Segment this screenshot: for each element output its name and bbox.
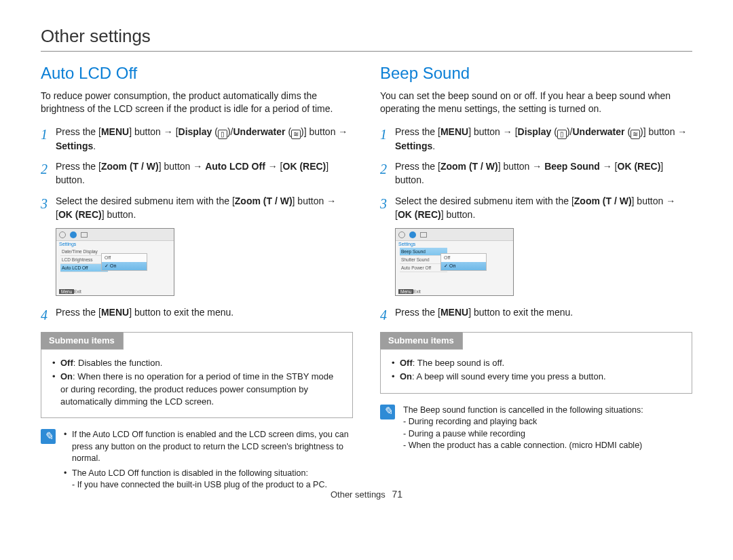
tab-icon [420,232,427,238]
left-column: Auto LCD Off To reduce power consumption… [41,64,353,494]
screenshot-exit-label: Exit [74,289,81,294]
step-number: 3 [380,194,395,214]
step-body: Press the [MENU] button → [Display (▯)/U… [395,125,692,153]
step-body: Press the [Zoom (T / W)] button → Beep S… [395,160,692,187]
step-2: 2 Press the [Zoom (T / W)] button → Auto… [41,160,353,187]
footer-label: Other settings [331,489,386,500]
section-title-auto-lcd-off: Auto LCD Off [41,64,353,83]
submenu-off: Off: The beep sound is off. [392,357,681,369]
intro-text: To reduce power consumption, the product… [41,90,353,115]
step-number: 2 [380,160,395,179]
step-body: Select the desired submenu item with the… [56,194,353,222]
submenu-off: Off: Disables the function. [52,357,341,369]
lcd-screenshot: Settings Beep Sound Shutter Sound Auto P… [395,228,514,296]
screenshot-popup: Off ✓ On [101,253,147,271]
tab-icon [398,231,405,238]
step-number: 1 [380,125,395,145]
divider [41,51,692,52]
screenshot-menu-btn: Menu [398,289,413,294]
popup-off: Off [441,254,486,262]
step-3: 3 Select the desired submenu item with t… [380,194,692,222]
step-body: Press the [MENU] button to exit the menu… [395,305,692,319]
step-number: 3 [41,194,56,214]
screenshot-popup: Off ✓ On [440,253,487,271]
page-footer: Other settings 71 [0,489,733,500]
screenshot-settings-label: Settings [56,241,174,247]
underwater-icon: ≋ [291,130,301,139]
page-number: 71 [392,489,402,500]
page-title: Other settings [41,26,692,47]
note-line: - During a pause while recording [403,428,643,441]
note-block: ✎ If the Auto LCD Off function is enable… [41,429,353,494]
tab-icon [59,231,66,238]
popup-on: ✓ On [441,262,486,270]
note-block: ✎ The Beep sound function is cancelled i… [380,405,692,452]
step-number: 4 [41,305,56,325]
submenu-body: Off: The beep sound is off. On: A beep w… [381,350,692,392]
lcd-screenshot: Settings Date/Time Display LCD Brightnes… [56,228,174,296]
screenshot-tabs [56,229,174,241]
submenu-on: On: When there is no operation for a per… [52,371,341,408]
tab-icon [81,232,88,238]
note-intro: The Beep sound function is cancelled in … [403,405,643,417]
display-icon: ▯ [557,130,567,139]
step-number: 2 [41,160,56,179]
underwater-icon: ≋ [631,130,640,139]
step-body: Press the [MENU] button → [Display (▯)/U… [56,125,353,153]
display-icon: ▯ [218,130,227,139]
two-column-layout: Auto LCD Off To reduce power consumption… [41,64,692,494]
popup-on: ✓ On [102,262,147,270]
screenshot-menu-btn: Menu [59,289,74,294]
step-body: Select the desired submenu item with the… [395,194,692,222]
note-icon: ✎ [380,405,395,419]
screenshot-tabs [396,229,513,241]
tab-icon [70,231,77,238]
step-1: 1 Press the [MENU] button → [Display (▯)… [380,125,692,153]
step-number: 1 [41,125,56,145]
note-line: - When the product has a cable connectio… [403,440,643,452]
screenshot-settings-label: Settings [396,241,513,247]
note-line: - During recording and playing back [403,416,643,428]
submenu-tab: Submenu items [380,332,463,350]
step-body: Press the [Zoom (T / W)] button → Auto L… [56,160,353,187]
submenu-body: Off: Disables the function. On: When the… [41,350,352,417]
intro-text: You can set the beep sound on or off. If… [380,90,692,115]
step-body: Press the [MENU] button to exit the menu… [56,305,353,319]
tab-icon [409,231,416,238]
step-4: 4 Press the [MENU] button to exit the me… [380,305,692,325]
section-title-beep-sound: Beep Sound [380,64,692,83]
step-2: 2 Press the [Zoom (T / W)] button → Beep… [380,160,692,187]
step-number: 4 [380,305,395,325]
note-body: If the Auto LCD Off function is enabled … [64,429,353,494]
right-column: Beep Sound You can set the beep sound on… [380,64,692,494]
submenu-tab: Submenu items [41,332,124,350]
step-4: 4 Press the [MENU] button to exit the me… [41,305,353,325]
submenu-box: Submenu items Off: The beep sound is off… [380,332,692,393]
step-3: 3 Select the desired submenu item with t… [41,194,353,222]
screenshot-exit-label: Exit [413,289,421,294]
note-icon: ✎ [41,429,56,444]
submenu-box: Submenu items Off: Disables the function… [41,332,353,418]
step-1: 1 Press the [MENU] button → [Display (▯)… [41,125,353,153]
note-item: If the Auto LCD Off function is enabled … [64,429,353,465]
note-body: The Beep sound function is cancelled in … [403,405,643,452]
manual-page: Other settings Auto LCD Off To reduce po… [0,0,733,515]
note-item: The Auto LCD Off function is disabled in… [64,468,353,491]
submenu-on: On: A beep will sound every time you pre… [392,371,681,383]
popup-off: Off [102,254,147,262]
